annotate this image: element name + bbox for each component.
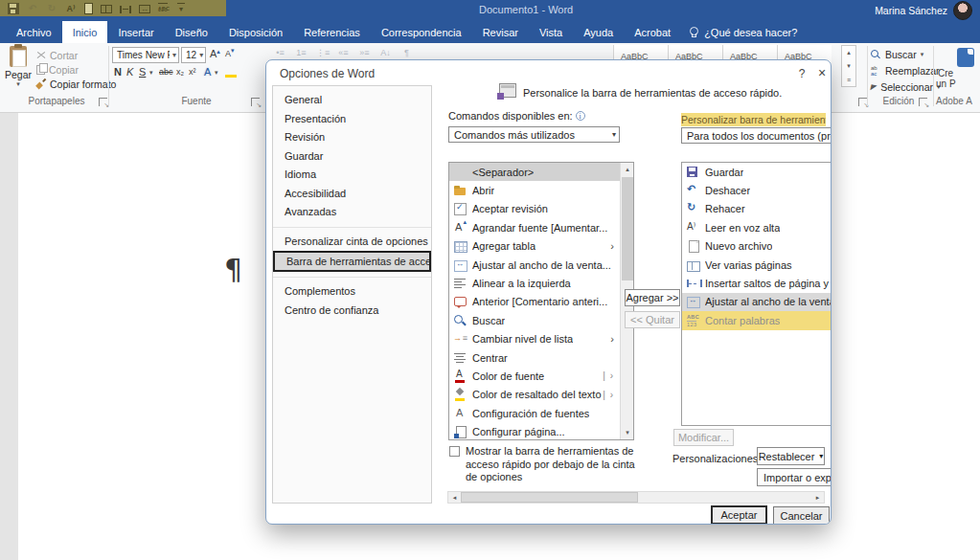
- nav-centro-confianza[interactable]: Centro de confianza: [273, 302, 431, 321]
- qat-command-item[interactable]: Deshacer: [682, 181, 832, 199]
- command-item[interactable]: Agregar tabla: [449, 237, 620, 256]
- add-button[interactable]: Agregar >>: [625, 289, 680, 306]
- tab-archivo[interactable]: Archivo: [6, 21, 62, 43]
- effects-dropdown-arrow[interactable]: ▾: [215, 69, 218, 77]
- nav-revision[interactable]: Revisión: [273, 128, 431, 147]
- word-count-icon[interactable]: [158, 3, 170, 14]
- customize-qat-icon[interactable]: [177, 3, 185, 14]
- qat-command-item-highlighted[interactable]: Contar palabras: [682, 311, 832, 329]
- scroll-down-icon[interactable]: ▾: [621, 426, 634, 439]
- sort-icon[interactable]: A↓: [379, 48, 392, 57]
- command-item[interactable]: Configuración de fuentes: [449, 404, 620, 422]
- font-name-combo[interactable]: Times New Roma▾: [112, 47, 179, 63]
- underline-dropdown-arrow[interactable]: ▾: [149, 69, 153, 77]
- tab-disposicion[interactable]: Disposición: [218, 21, 293, 43]
- account-name[interactable]: Marina Sánchez: [875, 5, 947, 16]
- page-break-icon[interactable]: [120, 6, 131, 13]
- nav-barra-acceso-rapido[interactable]: Barra de herramientas de acceso rápido: [273, 251, 431, 272]
- underline-button[interactable]: S: [139, 66, 146, 78]
- modify-button[interactable]: Modificar...: [673, 429, 734, 446]
- cancel-button[interactable]: Cancelar: [773, 506, 830, 525]
- scroll-right-icon[interactable]: ▸: [811, 492, 824, 503]
- gallery-down-icon[interactable]: ▾: [847, 62, 851, 70]
- create-pdf-label-line2[interactable]: un P: [936, 78, 956, 89]
- redo-icon[interactable]: [46, 3, 57, 14]
- format-painter-button[interactable]: Copiar formato: [36, 78, 116, 90]
- tab-vista[interactable]: Vista: [529, 21, 573, 43]
- qat-command-item[interactable]: Insertar saltos de página y sección: [682, 274, 832, 292]
- command-item[interactable]: Abrir: [449, 181, 620, 199]
- font-size-combo[interactable]: 12▾: [181, 47, 206, 63]
- tab-diseno[interactable]: Diseño: [165, 21, 218, 43]
- ok-button[interactable]: Aceptar: [711, 505, 767, 525]
- tab-revisar[interactable]: Revisar: [472, 21, 529, 43]
- avatar[interactable]: [953, 1, 972, 20]
- qat-command-item[interactable]: Rehacer: [682, 200, 832, 218]
- customize-toolbar-for-combo[interactable]: Para todos los documentos (predeterm: [681, 127, 832, 144]
- multilevel-list-icon[interactable]: ⋮≡: [316, 48, 329, 57]
- save-icon[interactable]: [8, 3, 19, 14]
- close-icon[interactable]: ×: [814, 65, 830, 80]
- qat-command-item[interactable]: Guardar: [682, 163, 832, 181]
- command-item[interactable]: Ajustar al ancho de la venta...: [449, 256, 620, 274]
- scrollbar-thumb[interactable]: [461, 492, 638, 503]
- decrease-indent-icon[interactable]: «≡: [337, 48, 350, 57]
- nav-idioma[interactable]: Idioma: [273, 166, 431, 185]
- grow-font-button[interactable]: A: [210, 48, 220, 59]
- nav-accesibilidad[interactable]: Accesibilidad: [273, 185, 431, 204]
- command-item[interactable]: Color de resaltado del texto: [449, 386, 620, 404]
- highlight-color-icon[interactable]: [225, 75, 237, 78]
- undo-icon[interactable]: [27, 3, 38, 14]
- gallery-more-icon[interactable]: ≡: [847, 77, 851, 83]
- command-item[interactable]: Anterior [Comentario anteri...: [449, 293, 620, 311]
- create-pdf-icon[interactable]: [957, 48, 974, 67]
- superscript-button[interactable]: x²: [189, 67, 196, 77]
- command-item[interactable]: Agrandar fuente [Aumentar...: [449, 218, 620, 236]
- copy-button[interactable]: Copiar: [36, 64, 79, 76]
- tab-insertar[interactable]: Insertar: [107, 21, 164, 43]
- command-item[interactable]: Color de fuente: [449, 367, 620, 385]
- create-pdf-label-line1[interactable]: Cre: [938, 68, 953, 78]
- command-item[interactable]: Buscar: [449, 311, 620, 329]
- command-item[interactable]: Alinear a la izquierda: [449, 274, 620, 292]
- commands-available-combo[interactable]: Comandos más utilizados▾: [448, 126, 620, 143]
- bold-button[interactable]: N: [114, 66, 122, 78]
- qat-command-item[interactable]: Nuevo archivo: [682, 237, 832, 256]
- nav-complementos[interactable]: Complementos: [273, 282, 431, 302]
- text-effects-button[interactable]: A: [204, 66, 211, 78]
- new-file-icon[interactable]: [84, 3, 93, 14]
- tell-me-box[interactable]: ¿Qué desea hacer?: [689, 21, 797, 43]
- strikethrough-button[interactable]: abc: [159, 67, 173, 77]
- tab-correspondencia[interactable]: Correspondencia: [371, 21, 472, 43]
- command-item[interactable]: Centrar: [449, 348, 620, 367]
- tab-inicio[interactable]: Inicio: [62, 21, 108, 43]
- increase-indent-icon[interactable]: »≡: [358, 48, 371, 57]
- fit-width-icon[interactable]: [139, 5, 150, 13]
- font-dialog-launcher[interactable]: [251, 98, 260, 106]
- cut-button[interactable]: Cortar: [36, 50, 78, 61]
- command-item[interactable]: Aceptar revisión: [449, 200, 620, 218]
- command-item[interactable]: <Separador>: [449, 163, 620, 181]
- replace-button[interactable]: Reemplazar: [871, 65, 940, 77]
- nav-presentacion[interactable]: Presentación: [273, 110, 431, 129]
- styles-gallery-scroll[interactable]: ▴ ▾ ≡: [841, 45, 856, 87]
- editing-dialog-launcher[interactable]: [919, 98, 927, 106]
- checkbox-icon[interactable]: [449, 446, 460, 457]
- help-button[interactable]: ?: [794, 67, 809, 80]
- scroll-left-icon[interactable]: ◂: [448, 492, 461, 503]
- tab-referencias[interactable]: Referencias: [293, 21, 371, 43]
- find-button[interactable]: Buscar ▾: [871, 49, 923, 60]
- italic-button[interactable]: K: [126, 66, 133, 78]
- select-button[interactable]: ◤ Seleccionar ▾: [871, 81, 941, 93]
- subscript-button[interactable]: x₂: [176, 67, 184, 77]
- command-item[interactable]: Cambiar nivel de lista: [449, 330, 620, 348]
- import-export-button[interactable]: Importar o export: [757, 468, 832, 486]
- paste-button[interactable]: Pegar ▾: [3, 45, 34, 102]
- horizontal-scrollbar[interactable]: ◂ ▸: [447, 491, 825, 504]
- qat-command-item[interactable]: Leer en voz alta: [682, 218, 832, 236]
- read-aloud-icon[interactable]: [65, 3, 77, 14]
- remove-button[interactable]: << Quitar: [625, 311, 680, 328]
- nav-general[interactable]: General: [273, 91, 431, 110]
- styles-dialog-launcher[interactable]: [858, 98, 867, 106]
- shrink-font-button[interactable]: A: [225, 49, 235, 58]
